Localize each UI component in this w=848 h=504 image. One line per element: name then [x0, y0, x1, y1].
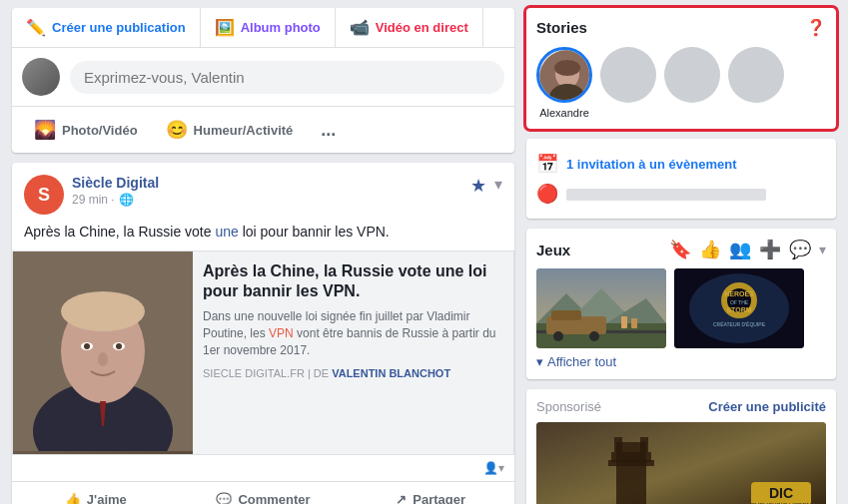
page-name[interactable]: Siècle Digital	[72, 175, 470, 191]
preview-source: SIECLE DIGITAL.FR | DE VALENTIN BLANCHOT	[203, 367, 503, 379]
story-avatar-3	[664, 47, 720, 103]
mood-button[interactable]: 😊 Humeur/Activité	[154, 113, 306, 147]
photo-label: Photo/Vidéo	[62, 123, 138, 138]
afficher-tout-link[interactable]: ▾ Afficher tout	[536, 354, 826, 369]
user-avatar	[22, 58, 60, 96]
post-link-preview[interactable]: Après la Chine, la Russie vote une loi p…	[12, 251, 514, 455]
post-actions: 🌄 Photo/Vidéo 😊 Humeur/Activité ...	[12, 106, 514, 153]
tab-album[interactable]: 🖼️ Album photo	[201, 8, 336, 47]
games-icons: 🔖 👍 👥 ➕ 💬 ▾	[669, 239, 826, 260]
preview-title: Après la Chine, la Russie vote une loi p…	[203, 261, 503, 303]
stories-list: Alexandre	[536, 47, 826, 119]
add-games-icon[interactable]: ➕	[759, 239, 781, 260]
create-ad-button[interactable]: Créer une publicité	[708, 399, 826, 414]
tab-create-label: Créer une publication	[52, 20, 186, 35]
redacted-content	[566, 189, 766, 201]
games-list: HEROES OF THE STORM CRÉATEUR D'ÉQUIPE	[536, 268, 826, 348]
share-icon: ↗	[396, 492, 407, 504]
reaction-icon: 👤▾	[483, 461, 504, 475]
post-meta: Siècle Digital 29 min · 🌐	[72, 175, 470, 207]
post-options: ★ ▾	[470, 175, 502, 197]
story-item-4[interactable]	[728, 47, 784, 119]
sponsored-image[interactable]: DIC PUBLISHING LISBON	[536, 422, 826, 504]
album-icon: 🖼️	[215, 18, 235, 37]
bookmark-games-icon[interactable]: 🔖	[669, 239, 691, 260]
post-input[interactable]	[70, 61, 504, 94]
svg-point-23	[553, 331, 563, 341]
post-time: 29 min · 🌐	[72, 193, 470, 207]
more-options-button[interactable]: ▾	[494, 175, 502, 197]
more-button[interactable]: ...	[309, 113, 348, 147]
second-notification: 🔴	[536, 179, 826, 209]
story-avatar-4	[728, 47, 784, 103]
bookmark-button[interactable]: ★	[470, 175, 486, 197]
story-item-3[interactable]	[664, 47, 720, 119]
tab-video-label: Vidéo en direct	[376, 20, 468, 35]
games-box: Jeux 🔖 👍 👥 ➕ 💬 ▾	[526, 229, 836, 379]
right-column: Stories ❓ Alexandre	[526, 8, 836, 504]
story-avatar-alexandre	[536, 47, 592, 103]
post-input-area	[12, 48, 514, 106]
tab-video[interactable]: 📹 Vidéo en direct	[336, 8, 483, 47]
preview-content: Après la Chine, la Russie vote une loi p…	[193, 252, 513, 454]
notif-icon-2: 🔴	[536, 183, 558, 205]
share-button[interactable]: ↗ Partager	[347, 484, 514, 504]
stories-help-button[interactable]: ❓	[806, 18, 826, 37]
sponsored-header: Sponsorisé Créer une publicité	[536, 399, 826, 414]
svg-rect-39	[614, 437, 622, 452]
comment-button[interactable]: 💬 Commenter	[180, 484, 348, 504]
svg-rect-38	[608, 460, 654, 466]
story-avatar-2	[600, 47, 656, 103]
story-item-2[interactable]	[600, 47, 656, 119]
preview-image	[13, 252, 193, 454]
story-name-alexandre: Alexandre	[539, 107, 589, 119]
message-games-icon[interactable]: 💬	[789, 239, 811, 260]
preview-desc: Dans une nouvelle loi signée fin juillet…	[203, 308, 503, 358]
page-avatar: S	[24, 175, 64, 215]
friends-games-icon[interactable]: 👥	[729, 239, 751, 260]
tab-create[interactable]: ✏️ Créer une publication	[12, 8, 201, 47]
post-header: S Siècle Digital 29 min · 🌐 ★ ▾	[12, 163, 514, 215]
left-column: ✏️ Créer une publication 🖼️ Album photo …	[12, 8, 514, 504]
games-chevron[interactable]: ▾	[819, 242, 826, 257]
event-link[interactable]: 1 invitation à un évènement	[566, 157, 737, 172]
post-tabs: ✏️ Créer une publication 🖼️ Album photo …	[12, 8, 514, 48]
svg-rect-22	[551, 310, 581, 320]
mood-label: Humeur/Activité	[194, 123, 294, 138]
globe-icon: 🌐	[119, 193, 134, 207]
svg-rect-40	[640, 437, 648, 452]
game-thumb-heroes[interactable]: HEROES OF THE STORM CRÉATEUR D'ÉQUIPE	[674, 268, 804, 348]
post-footer-actions: 👍 J'aime 💬 Commenter ↗ Partager	[12, 481, 514, 504]
svg-text:CRÉATEUR D'ÉQUIPE: CRÉATEUR D'ÉQUIPE	[713, 321, 766, 327]
stories-title: Stories	[536, 19, 587, 36]
more-icon: ...	[321, 120, 336, 141]
chevron-down-icon: ▾	[536, 354, 543, 369]
tab-album-label: Album photo	[241, 20, 321, 35]
afficher-label: Afficher tout	[547, 354, 616, 369]
svg-rect-25	[621, 316, 627, 328]
event-notification: 📅 1 invitation à un évènement	[536, 149, 826, 179]
photo-icon: 🌄	[34, 119, 56, 141]
game-thumb-train[interactable]	[536, 268, 666, 348]
comment-label: Commenter	[238, 492, 310, 504]
svg-rect-26	[631, 318, 637, 328]
share-label: Partager	[413, 492, 465, 504]
games-title: Jeux	[536, 242, 570, 258]
post-creator: ✏️ Créer une publication 🖼️ Album photo …	[12, 8, 514, 153]
sponsored-title: Sponsorisé	[536, 399, 601, 414]
photo-video-button[interactable]: 🌄 Photo/Vidéo	[22, 113, 150, 147]
svg-point-14	[554, 60, 580, 76]
story-item-alexandre[interactable]: Alexandre	[536, 47, 592, 119]
like-icon: 👍	[65, 492, 81, 504]
thumbsup-games-icon[interactable]: 👍	[699, 239, 721, 260]
mood-icon: 😊	[166, 119, 188, 141]
svg-point-24	[589, 331, 599, 341]
comment-icon: 💬	[216, 492, 232, 504]
sponsored-box: Sponsorisé Créer une publicité	[526, 389, 836, 504]
calendar-icon: 📅	[536, 153, 558, 175]
stories-box: Stories ❓ Alexandre	[526, 8, 836, 129]
like-button[interactable]: 👍 J'aime	[12, 484, 180, 504]
svg-text:STORM: STORM	[726, 306, 751, 313]
notifications-box: 📅 1 invitation à un évènement 🔴	[526, 139, 836, 219]
post-action-bar: 👍 J'aime 💬 Commenter ↗ Partager	[12, 482, 514, 504]
